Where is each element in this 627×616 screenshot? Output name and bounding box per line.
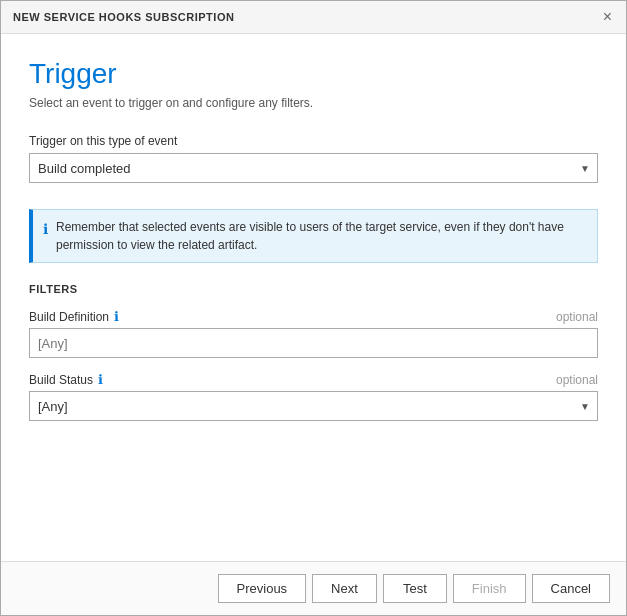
event-type-select[interactable]: Build completed Build started Build fail… <box>29 153 598 183</box>
titlebar: NEW SERVICE HOOKS SUBSCRIPTION × <box>1 1 626 34</box>
build-status-header: Build Status ℹ optional <box>29 372 598 387</box>
build-status-label-group: Build Status ℹ <box>29 372 103 387</box>
event-type-label: Trigger on this type of event <box>29 134 598 148</box>
build-definition-label: Build Definition <box>29 310 109 324</box>
build-definition-help-icon[interactable]: ℹ <box>114 309 119 324</box>
cancel-button[interactable]: Cancel <box>532 574 610 603</box>
info-box: ℹ Remember that selected events are visi… <box>29 209 598 263</box>
build-status-optional: optional <box>556 373 598 387</box>
dialog-title: NEW SERVICE HOOKS SUBSCRIPTION <box>13 11 234 23</box>
dialog: NEW SERVICE HOOKS SUBSCRIPTION × Trigger… <box>0 0 627 616</box>
build-definition-input[interactable] <box>29 328 598 358</box>
build-definition-label-group: Build Definition ℹ <box>29 309 119 324</box>
dialog-footer: Previous Next Test Finish Cancel <box>1 561 626 615</box>
test-button[interactable]: Test <box>383 574 447 603</box>
build-status-field: Build Status ℹ optional [Any] Succeeded … <box>29 372 598 433</box>
info-text: Remember that selected events are visibl… <box>56 218 587 254</box>
event-type-field: Trigger on this type of event Build comp… <box>29 134 598 195</box>
build-status-select-wrapper: [Any] Succeeded Failed Partially Succeed… <box>29 391 598 421</box>
build-definition-header: Build Definition ℹ optional <box>29 309 598 324</box>
build-definition-optional: optional <box>556 310 598 324</box>
info-icon: ℹ <box>43 219 48 240</box>
page-subtitle: Select an event to trigger on and config… <box>29 96 598 110</box>
build-definition-field: Build Definition ℹ optional <box>29 309 598 358</box>
close-button[interactable]: × <box>601 9 614 25</box>
previous-button[interactable]: Previous <box>218 574 307 603</box>
event-type-select-wrapper: Build completed Build started Build fail… <box>29 153 598 183</box>
finish-button[interactable]: Finish <box>453 574 526 603</box>
filters-section-label: FILTERS <box>29 283 598 295</box>
build-status-help-icon[interactable]: ℹ <box>98 372 103 387</box>
build-status-select[interactable]: [Any] Succeeded Failed Partially Succeed… <box>29 391 598 421</box>
page-heading: Trigger <box>29 58 598 90</box>
dialog-content: Trigger Select an event to trigger on an… <box>1 34 626 561</box>
next-button[interactable]: Next <box>312 574 377 603</box>
build-status-label: Build Status <box>29 373 93 387</box>
